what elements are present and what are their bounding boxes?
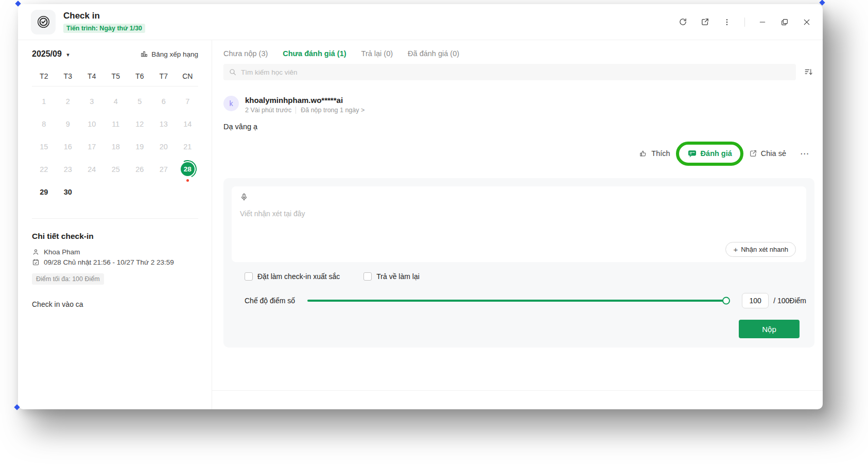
- calendar-day[interactable]: 14: [176, 117, 200, 131]
- review-panel: Viết nhận xét tại đây + Nhận xét nhanh Đ…: [223, 178, 814, 348]
- calendar-day[interactable]: 10: [80, 117, 104, 131]
- checkbox-row: Đặt làm check-in xuất sắc Trả về làm lại: [232, 272, 806, 281]
- app-window: Check in Tiến trình: Ngày thứ 1/30: [18, 4, 823, 409]
- comment-placeholder: Viết nhận xét tại đây: [240, 210, 798, 218]
- student-meta: khoalyminhpham.wo*****ai 2 Vài phút trướ…: [245, 96, 364, 114]
- chat-bubble-icon: [687, 149, 697, 159]
- external-share-icon: [749, 149, 757, 158]
- controls-divider: [744, 18, 745, 27]
- calendar-day[interactable]: 3: [80, 94, 104, 108]
- main-content: Chưa nộp (3) Chưa đánh giá (1) Trả lại (…: [212, 40, 823, 409]
- ranking-button[interactable]: Bảng xếp hạng: [140, 50, 198, 58]
- tab-bar: Chưa nộp (3) Chưa đánh giá (1) Trả lại (…: [223, 46, 814, 58]
- restore-icon[interactable]: [780, 18, 789, 27]
- list-bottom-divider: [212, 390, 823, 391]
- calendar-day[interactable]: 8: [32, 117, 56, 131]
- bar-chart-icon: [140, 50, 148, 58]
- calendar-day[interactable]: 2: [56, 94, 80, 108]
- calendar-day[interactable]: 15: [32, 140, 56, 153]
- close-icon[interactable]: [802, 18, 811, 27]
- checkbox-return[interactable]: Trả về làm lại: [363, 272, 420, 281]
- calendar-day[interactable]: 27: [152, 162, 176, 176]
- search-row: [223, 64, 814, 80]
- score-input[interactable]: [742, 293, 769, 308]
- calendar-day[interactable]: 6: [152, 94, 176, 108]
- calendar-day[interactable]: 23: [56, 162, 80, 176]
- calendar-day[interactable]: 1: [32, 94, 56, 108]
- share-window-icon[interactable]: [700, 18, 709, 27]
- calendar-day[interactable]: 19: [128, 140, 152, 153]
- score-max-label: / 100Điểm: [773, 297, 806, 305]
- checkbox-icon[interactable]: [363, 272, 372, 281]
- sort-icon[interactable]: [804, 67, 813, 77]
- checkbox-icon[interactable]: [245, 272, 253, 281]
- tab-reviewed[interactable]: Đã đánh giá (0): [408, 49, 459, 58]
- calendar-day[interactable]: 16: [56, 140, 80, 153]
- search-input[interactable]: [241, 68, 791, 76]
- calendar-day[interactable]: 21: [176, 140, 200, 153]
- slider-handle[interactable]: [722, 297, 730, 305]
- calendar-day[interactable]: 29: [32, 185, 56, 199]
- calendar-day[interactable]: 22: [32, 162, 56, 176]
- weekday-label: CN: [176, 72, 200, 80]
- calendar-day[interactable]: 18: [104, 140, 128, 153]
- session-label: Check in vào ca: [32, 300, 198, 308]
- calendar-header: 2025/09 ▾ Bảng xếp hạng: [32, 49, 198, 59]
- tab-not-submitted[interactable]: Chưa nộp (3): [223, 49, 268, 58]
- calendar-day[interactable]: 7: [176, 94, 200, 108]
- share-button[interactable]: Chia sẻ: [749, 149, 786, 158]
- score-slider[interactable]: [307, 300, 728, 302]
- calendar-day[interactable]: 30: [56, 185, 80, 199]
- like-label: Thích: [651, 149, 670, 158]
- submission-status-link[interactable]: Đã nộp trong 1 ngày >: [296, 107, 364, 114]
- calendar-grid: 1 2 3 4 5 6 7 8 9 10 11 12 13 14 15 16 1: [32, 94, 198, 199]
- calendar-day[interactable]: 5: [128, 94, 152, 108]
- microphone-icon[interactable]: [240, 193, 248, 201]
- checkin-app-icon: [31, 10, 56, 34]
- detail-heading: Chi tiết check-in: [32, 232, 198, 241]
- more-menu-icon[interactable]: [722, 18, 732, 27]
- more-actions-button[interactable]: ⋯: [800, 148, 809, 159]
- calendar-day[interactable]: 20: [152, 140, 176, 153]
- calendar-day[interactable]: 4: [104, 94, 128, 108]
- schedule-row: 09/28 Chủ nhật 21:56 - 10/27 Thứ 2 23:59: [32, 258, 198, 266]
- search-box[interactable]: [223, 64, 796, 80]
- comment-input[interactable]: Viết nhận xét tại đây + Nhận xét nhanh: [232, 186, 806, 262]
- share-label: Chia sẻ: [761, 149, 786, 158]
- calendar-day[interactable]: 12: [128, 117, 152, 131]
- refresh-icon[interactable]: [678, 18, 687, 27]
- review-button[interactable]: Đánh giá: [687, 149, 732, 159]
- student-username[interactable]: khoalyminhpham.wo*****ai: [245, 96, 364, 105]
- minimize-icon[interactable]: [758, 18, 767, 27]
- calendar-day[interactable]: 25: [104, 162, 128, 176]
- calendar-day[interactable]: 13: [152, 117, 176, 131]
- plus-icon: +: [733, 245, 738, 254]
- submission-message: Dạ vâng ạ: [223, 123, 814, 131]
- header-text: Check in Tiến trình: Ngày thứ 1/30: [63, 11, 145, 33]
- calendar-day[interactable]: 11: [104, 117, 128, 131]
- review-label: Đánh giá: [701, 149, 732, 158]
- weekday-label: T6: [128, 72, 152, 80]
- tab-not-reviewed[interactable]: Chưa đánh giá (1): [283, 49, 346, 58]
- weekday-label: T2: [32, 72, 56, 80]
- checkbox-excellent[interactable]: Đặt làm check-in xuất sắc: [245, 272, 340, 281]
- quick-comment-label: Nhận xét nhanh: [741, 246, 788, 253]
- ranking-label: Bảng xếp hạng: [151, 50, 198, 58]
- sidebar: 2025/09 ▾ Bảng xếp hạng T2 T3: [18, 40, 212, 409]
- calendar-day-selected[interactable]: 28: [181, 162, 195, 176]
- calendar-day[interactable]: 17: [80, 140, 104, 153]
- score-mode-label: Chế độ điểm số: [245, 297, 295, 305]
- progress-badge: Tiến trình: Ngày thứ 1/30: [63, 24, 145, 33]
- owner-name: Khoa Pham: [44, 248, 80, 256]
- month-dropdown[interactable]: 2025/09 ▾: [32, 49, 70, 59]
- like-button[interactable]: Thích: [639, 149, 670, 158]
- quick-comment-button[interactable]: + Nhận xét nhanh: [725, 242, 796, 257]
- calendar-day[interactable]: 24: [80, 162, 104, 176]
- weekday-row: T2 T3 T4 T5 T6 T7 CN: [32, 72, 198, 80]
- calendar-day[interactable]: 26: [128, 162, 152, 176]
- tab-returned[interactable]: Trả lại (0): [361, 49, 393, 58]
- actions-row: Thích: [223, 146, 814, 161]
- checkbox-return-label: Trả về làm lại: [376, 272, 420, 281]
- calendar-day[interactable]: 9: [56, 117, 80, 131]
- submit-button[interactable]: Nộp: [739, 320, 800, 338]
